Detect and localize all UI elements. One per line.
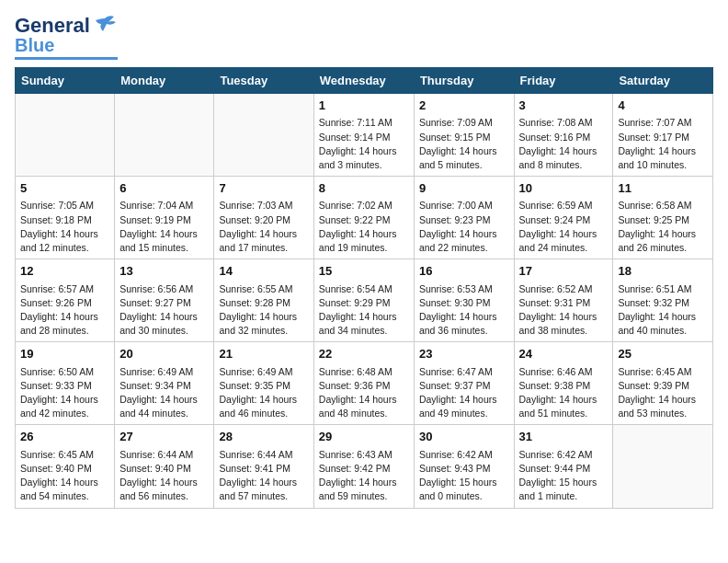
calendar-table: SundayMondayTuesdayWednesdayThursdayFrid… [15,67,713,508]
calendar-header-row: SundayMondayTuesdayWednesdayThursdayFrid… [16,68,713,94]
calendar-day-16: 16Sunrise: 6:53 AM Sunset: 9:30 PM Dayli… [414,259,514,342]
day-number: 20 [119,346,209,362]
calendar-week-row: 1Sunrise: 7:11 AM Sunset: 9:14 PM Daylig… [16,94,713,177]
day-number: 11 [618,180,708,197]
day-info: Sunrise: 7:00 AM Sunset: 9:23 PM Dayligh… [419,199,509,255]
weekday-header-thursday: Thursday [414,68,514,94]
day-info: Sunrise: 7:02 AM Sunset: 9:22 PM Dayligh… [319,199,409,255]
calendar-day-3: 3Sunrise: 7:08 AM Sunset: 9:16 PM Daylig… [514,94,613,177]
day-number: 19 [20,346,109,362]
day-number: 21 [219,346,308,362]
day-info: Sunrise: 7:04 AM Sunset: 9:19 PM Dayligh… [119,199,209,255]
day-info: Sunrise: 6:44 AM Sunset: 9:40 PM Dayligh… [119,448,209,504]
day-number: 2 [419,98,509,114]
calendar-day-17: 17Sunrise: 6:52 AM Sunset: 9:31 PM Dayli… [514,259,613,342]
logo-blue-text: Blue [15,35,54,55]
calendar-day-18: 18Sunrise: 6:51 AM Sunset: 9:32 PM Dayli… [613,259,713,342]
calendar-day-28: 28Sunrise: 6:44 AM Sunset: 9:41 PM Dayli… [214,425,313,508]
calendar-day-5: 5Sunrise: 7:05 AM Sunset: 9:18 PM Daylig… [16,177,115,259]
calendar-week-row: 12Sunrise: 6:57 AM Sunset: 9:26 PM Dayli… [16,259,713,342]
calendar-day-11: 11Sunrise: 6:58 AM Sunset: 9:25 PM Dayli… [613,177,713,259]
day-number: 29 [319,429,409,445]
day-info: Sunrise: 6:42 AM Sunset: 9:43 PM Dayligh… [419,448,509,504]
logo-bird-icon [92,15,118,35]
day-number: 7 [219,180,308,197]
calendar-day-22: 22Sunrise: 6:48 AM Sunset: 9:36 PM Dayli… [313,342,414,425]
calendar-day-19: 19Sunrise: 6:50 AM Sunset: 9:33 PM Dayli… [16,342,115,425]
page-header: General Blue [15,15,713,60]
day-info: Sunrise: 6:45 AM Sunset: 9:39 PM Dayligh… [618,365,708,421]
day-number: 9 [419,180,509,197]
calendar-day-8: 8Sunrise: 7:02 AM Sunset: 9:22 PM Daylig… [313,177,414,259]
day-info: Sunrise: 7:07 AM Sunset: 9:17 PM Dayligh… [618,116,708,172]
calendar-day-26: 26Sunrise: 6:45 AM Sunset: 9:40 PM Dayli… [16,425,115,508]
day-info: Sunrise: 6:54 AM Sunset: 9:29 PM Dayligh… [319,282,409,339]
day-number: 3 [519,98,609,114]
day-info: Sunrise: 7:08 AM Sunset: 9:16 PM Dayligh… [519,116,609,172]
calendar-day-15: 15Sunrise: 6:54 AM Sunset: 9:29 PM Dayli… [313,259,414,342]
day-info: Sunrise: 6:47 AM Sunset: 9:37 PM Dayligh… [419,365,509,421]
logo: General Blue [15,15,118,60]
day-info: Sunrise: 7:05 AM Sunset: 9:18 PM Dayligh… [20,199,109,255]
weekday-header-saturday: Saturday [613,68,713,94]
calendar-day-10: 10Sunrise: 6:59 AM Sunset: 9:24 PM Dayli… [514,177,613,259]
day-number: 24 [519,346,609,362]
weekday-header-friday: Friday [514,68,613,94]
day-number: 25 [618,346,708,362]
day-info: Sunrise: 6:58 AM Sunset: 9:25 PM Dayligh… [618,199,708,255]
day-info: Sunrise: 6:49 AM Sunset: 9:35 PM Dayligh… [219,365,308,421]
calendar-day-25: 25Sunrise: 6:45 AM Sunset: 9:39 PM Dayli… [613,342,713,425]
day-number: 18 [618,263,708,280]
calendar-day-empty [115,94,214,177]
day-info: Sunrise: 6:46 AM Sunset: 9:38 PM Dayligh… [519,365,609,421]
day-number: 28 [219,429,308,445]
weekday-header-tuesday: Tuesday [214,68,313,94]
logo-text: General [15,15,90,37]
day-number: 22 [319,346,409,362]
calendar-day-31: 31Sunrise: 6:42 AM Sunset: 9:44 PM Dayli… [514,425,613,508]
day-number: 8 [319,180,409,197]
day-info: Sunrise: 6:44 AM Sunset: 9:41 PM Dayligh… [219,448,308,504]
day-number: 30 [419,429,509,445]
day-info: Sunrise: 6:53 AM Sunset: 9:30 PM Dayligh… [419,282,509,339]
day-info: Sunrise: 6:43 AM Sunset: 9:42 PM Dayligh… [319,448,409,504]
calendar-day-23: 23Sunrise: 6:47 AM Sunset: 9:37 PM Dayli… [414,342,514,425]
day-number: 31 [519,429,609,445]
calendar-day-21: 21Sunrise: 6:49 AM Sunset: 9:35 PM Dayli… [214,342,313,425]
day-info: Sunrise: 6:55 AM Sunset: 9:28 PM Dayligh… [219,282,308,339]
day-info: Sunrise: 6:45 AM Sunset: 9:40 PM Dayligh… [20,448,109,504]
day-number: 12 [20,263,109,280]
day-info: Sunrise: 6:59 AM Sunset: 9:24 PM Dayligh… [519,199,609,255]
day-info: Sunrise: 6:57 AM Sunset: 9:26 PM Dayligh… [20,282,109,339]
day-info: Sunrise: 7:03 AM Sunset: 9:20 PM Dayligh… [219,199,308,255]
day-number: 27 [119,429,209,445]
calendar-day-13: 13Sunrise: 6:56 AM Sunset: 9:27 PM Dayli… [115,259,214,342]
calendar-week-row: 19Sunrise: 6:50 AM Sunset: 9:33 PM Dayli… [16,342,713,425]
day-info: Sunrise: 6:49 AM Sunset: 9:34 PM Dayligh… [119,365,209,421]
day-number: 26 [20,429,109,445]
day-number: 23 [419,346,509,362]
calendar-day-empty [214,94,313,177]
day-number: 17 [519,263,609,280]
day-number: 13 [119,263,209,280]
calendar-day-6: 6Sunrise: 7:04 AM Sunset: 9:19 PM Daylig… [115,177,214,259]
day-info: Sunrise: 6:51 AM Sunset: 9:32 PM Dayligh… [618,282,708,339]
calendar-day-14: 14Sunrise: 6:55 AM Sunset: 9:28 PM Dayli… [214,259,313,342]
day-info: Sunrise: 6:56 AM Sunset: 9:27 PM Dayligh… [119,282,209,339]
weekday-header-monday: Monday [115,68,214,94]
day-number: 4 [618,98,708,114]
day-number: 14 [219,263,308,280]
weekday-header-wednesday: Wednesday [313,68,414,94]
calendar-day-2: 2Sunrise: 7:09 AM Sunset: 9:15 PM Daylig… [414,94,514,177]
calendar-week-row: 5Sunrise: 7:05 AM Sunset: 9:18 PM Daylig… [16,177,713,259]
calendar-day-1: 1Sunrise: 7:11 AM Sunset: 9:14 PM Daylig… [313,94,414,177]
logo-underline [15,57,118,60]
day-info: Sunrise: 7:09 AM Sunset: 9:15 PM Dayligh… [419,116,509,172]
calendar-day-7: 7Sunrise: 7:03 AM Sunset: 9:20 PM Daylig… [214,177,313,259]
day-info: Sunrise: 6:48 AM Sunset: 9:36 PM Dayligh… [319,365,409,421]
day-number: 10 [519,180,609,197]
day-number: 15 [319,263,409,280]
weekday-header-sunday: Sunday [16,68,115,94]
day-info: Sunrise: 6:50 AM Sunset: 9:33 PM Dayligh… [20,365,109,421]
day-info: Sunrise: 6:52 AM Sunset: 9:31 PM Dayligh… [519,282,609,339]
